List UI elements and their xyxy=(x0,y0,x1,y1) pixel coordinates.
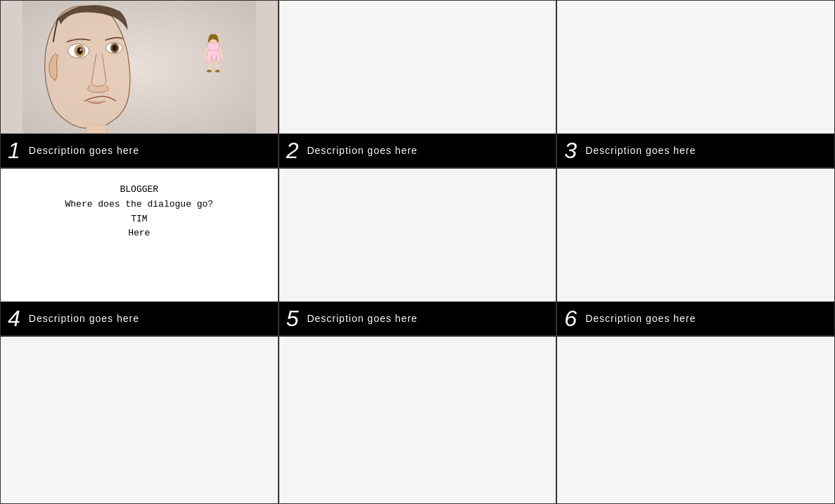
cell-4-image: BLOGGER Where does the dialogue go? TIM … xyxy=(1,169,278,302)
cell-6-number: 6 xyxy=(564,307,577,330)
storyboard-grid: 1 Description goes here 2 Description go… xyxy=(0,0,835,504)
svg-point-3 xyxy=(77,47,82,54)
cell-3-image xyxy=(557,1,834,134)
cell-4-script: BLOGGER Where does the dialogue go? TIM … xyxy=(15,183,264,241)
cell-5-description: Description goes here xyxy=(307,313,417,324)
storyboard-cell-4: BLOGGER Where does the dialogue go? TIM … xyxy=(0,168,279,336)
svg-rect-8 xyxy=(87,124,107,134)
storyboard-cell-2: 2 Description goes here xyxy=(279,0,557,168)
cell-2-number: 2 xyxy=(286,139,299,162)
storyboard-cell-8 xyxy=(279,336,557,504)
storyboard-cell-9 xyxy=(556,336,835,504)
cell-4-label: 4 Description goes here xyxy=(1,302,278,335)
svg-point-12 xyxy=(215,70,220,72)
cell-3-description: Description goes here xyxy=(585,145,696,156)
cell-3-number: 3 xyxy=(564,139,577,162)
cell-4-description: Description goes here xyxy=(29,313,139,324)
cell-1-label: 1 Description goes here xyxy=(1,134,278,167)
cell-9-image xyxy=(557,337,834,503)
script-line-1: BLOGGER xyxy=(15,183,264,198)
storyboard-cell-7 xyxy=(0,336,279,504)
cell-1-number: 1 xyxy=(8,139,20,162)
cell-1-image xyxy=(1,1,278,134)
storyboard-cell-3: 3 Description goes here xyxy=(556,0,835,168)
storyboard-cell-6: 6 Description goes here xyxy=(556,168,835,336)
script-line-4: Here xyxy=(15,226,264,241)
cell-2-image xyxy=(279,1,556,134)
svg-point-7 xyxy=(113,45,117,51)
script-line-2: Where does the dialogue go? xyxy=(15,198,264,212)
cell-8-image xyxy=(279,337,556,503)
cell-5-label: 5 Description goes here xyxy=(279,302,556,335)
cell-6-label: 6 Description goes here xyxy=(557,302,834,335)
cell-2-description: Description goes here xyxy=(307,145,417,156)
cell-2-label: 2 Description goes here xyxy=(279,134,556,167)
cell-3-label: 3 Description goes here xyxy=(557,134,834,167)
script-line-3: TIM xyxy=(15,212,264,227)
cell-4-number: 4 xyxy=(8,307,20,330)
cell-6-image xyxy=(557,169,834,302)
storyboard-cell-5: 5 Description goes here xyxy=(279,168,557,336)
cell-5-image xyxy=(279,169,556,302)
cell-1-description: Description goes here xyxy=(29,145,139,156)
cell-5-number: 5 xyxy=(286,307,299,330)
svg-point-4 xyxy=(79,49,82,51)
svg-point-11 xyxy=(207,70,212,72)
cell-6-description: Description goes here xyxy=(585,313,696,324)
storyboard-cell-1: 1 Description goes here xyxy=(0,0,279,168)
cell-7-image xyxy=(1,337,278,503)
